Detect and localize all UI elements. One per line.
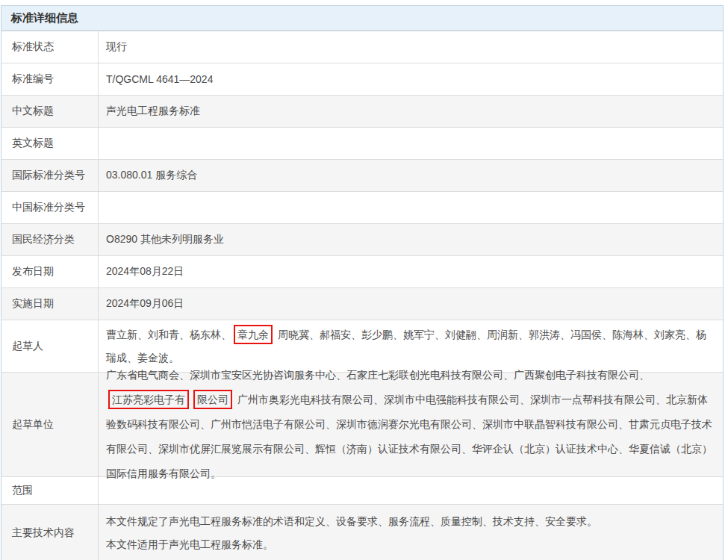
highlight-box-org-start: 江苏亮彩电子有 <box>108 390 189 409</box>
row-title-zh: 中文标题 声光电工程服务标准 <box>1 95 723 127</box>
row-ccs: 中国标准分类号 <box>1 191 723 223</box>
row-drafters-label: 起草人 <box>1 320 99 372</box>
row-status-value: 现行 <box>99 31 723 63</box>
main-content-paragraph-2: 本文件适用于声光电工程服务标准。 <box>106 537 712 552</box>
orgs-pre: 广东省电气商会、深圳市宝安区光协咨询服务中心、石家庄七彩联创光电科技有限公司、广… <box>106 369 650 381</box>
row-scope-label: 范围 <box>1 477 99 504</box>
row-standard-number-value: T/QGCML 4641—2024 <box>99 63 723 95</box>
row-title-en-value <box>99 128 723 159</box>
row-scope-value <box>99 477 723 504</box>
drafters-pre: 曹立新、刘和青、杨东林、 <box>106 329 231 340</box>
row-standard-number: 标准编号 T/QGCML 4641—2024 <box>1 63 723 95</box>
row-economic-class-value: O8290 其他未列明服务业 <box>99 224 723 255</box>
row-drafting-orgs: 起草单位 广东省电气商会、深圳市宝安区光协咨询服务中心、石家庄七彩联创光电科技有… <box>1 372 723 476</box>
row-drafting-orgs-label: 起草单位 <box>1 373 99 476</box>
main-content-text: 本文件规定了声光电工程服务标准的术语和定义、设备要求、服务流程、质量控制、技术支… <box>106 514 712 552</box>
row-implement-date-label: 实施日期 <box>1 288 99 320</box>
row-publish-date-label: 发布日期 <box>1 256 99 287</box>
panel-title: 标准详细信息 <box>1 6 723 31</box>
row-ics: 国际标准分类号 03.080.01 服务综合 <box>1 159 723 191</box>
drafting-orgs-text: 广东省电气商会、深圳市宝安区光协咨询服务中心、石家庄七彩联创光电科技有限公司、广… <box>106 363 712 486</box>
row-implement-date: 实施日期 2024年09月06日 <box>1 287 723 320</box>
row-standard-number-label: 标准编号 <box>1 63 99 95</box>
row-scope: 范围 <box>1 476 723 504</box>
row-ccs-value <box>99 192 723 223</box>
row-implement-date-value: 2024年09月06日 <box>99 288 723 320</box>
row-economic-class-label: 国民经济分类 <box>1 224 99 255</box>
row-ccs-label: 中国标准分类号 <box>1 192 99 223</box>
row-title-en: 英文标题 <box>1 127 723 159</box>
main-content-paragraph-1: 本文件规定了声光电工程服务标准的术语和定义、设备要求、服务流程、质量控制、技术支… <box>106 514 712 529</box>
row-main-content-label: 主要技术内容 <box>1 505 99 560</box>
row-main-content-value: 本文件规定了声光电工程服务标准的术语和定义、设备要求、服务流程、质量控制、技术支… <box>99 505 723 560</box>
row-economic-class: 国民经济分类 O8290 其他未列明服务业 <box>1 223 723 255</box>
highlight-box-org-end: 限公司 <box>193 390 232 409</box>
row-main-content: 主要技术内容 本文件规定了声光电工程服务标准的术语和定义、设备要求、服务流程、质… <box>1 504 723 560</box>
row-status: 标准状态 现行 <box>1 31 723 63</box>
row-publish-date: 发布日期 2024年08月22日 <box>1 255 723 287</box>
row-publish-date-value: 2024年08月22日 <box>99 256 723 287</box>
standard-detail-panel: 标准详细信息 标准状态 现行 标准编号 T/QGCML 4641—2024 中文… <box>1 5 724 560</box>
highlight-box-drafter: 章九余 <box>234 325 273 344</box>
row-ics-value: 03.080.01 服务综合 <box>99 160 723 191</box>
row-title-zh-label: 中文标题 <box>1 96 99 127</box>
row-ics-label: 国际标准分类号 <box>1 160 99 191</box>
row-status-label: 标准状态 <box>1 31 99 63</box>
row-title-en-label: 英文标题 <box>1 128 99 159</box>
row-title-zh-value: 声光电工程服务标准 <box>99 96 723 127</box>
row-drafting-orgs-value: 广东省电气商会、深圳市宝安区光协咨询服务中心、石家庄七彩联创光电科技有限公司、广… <box>99 373 723 476</box>
